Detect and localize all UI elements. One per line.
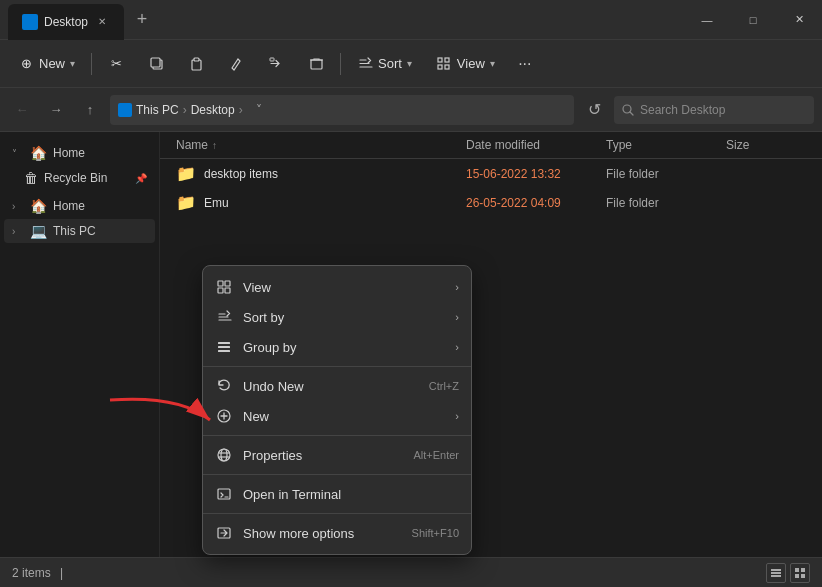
expand-icon-2: › xyxy=(12,201,24,212)
sidebar-item-home[interactable]: ˅ 🏠 Home xyxy=(4,141,155,165)
delete-button[interactable] xyxy=(298,47,334,81)
sort-cm-icon xyxy=(215,308,233,326)
context-menu-show-more[interactable]: Show more options Shift+F10 xyxy=(203,518,471,548)
new-button[interactable]: ⊕ New ▾ xyxy=(8,47,85,81)
expand-icon: ˅ xyxy=(12,148,24,159)
forward-button[interactable]: → xyxy=(42,96,70,124)
svg-rect-18 xyxy=(218,281,223,286)
paste-icon xyxy=(188,56,204,72)
sidebar-this-pc-label: This PC xyxy=(53,224,96,238)
share-icon xyxy=(268,56,284,72)
window-controls: — □ ✕ xyxy=(684,0,822,40)
svg-rect-7 xyxy=(445,58,449,62)
svg-rect-12 xyxy=(771,572,781,574)
column-header-size[interactable]: Size xyxy=(726,138,806,152)
tab-close-button[interactable]: ✕ xyxy=(94,14,110,30)
context-menu-view[interactable]: View › xyxy=(203,272,471,302)
tiles-view-icon[interactable] xyxy=(790,563,810,583)
breadcrumb-sep-2: › xyxy=(239,103,243,117)
context-menu-sort-by[interactable]: Sort by › xyxy=(203,302,471,332)
svg-rect-23 xyxy=(218,346,230,348)
view-label: View xyxy=(243,280,445,295)
context-menu-properties[interactable]: Properties Alt+Enter xyxy=(203,440,471,470)
folder-icon-2: 📁 xyxy=(176,193,196,212)
delete-icon xyxy=(308,56,324,72)
sidebar-item-recycle-bin[interactable]: 🗑 Recycle Bin 📌 xyxy=(4,166,155,190)
sort-button[interactable]: Sort ▾ xyxy=(347,47,422,81)
new-arrow: › xyxy=(455,410,459,422)
view-icon xyxy=(436,56,452,72)
rename-button[interactable] xyxy=(218,47,254,81)
sidebar: ˅ 🏠 Home 🗑 Recycle Bin 📌 › 🏠 Home › 💻 Th… xyxy=(0,132,160,557)
search-box[interactable]: Search Desktop xyxy=(614,96,814,124)
svg-rect-4 xyxy=(270,58,274,61)
svg-rect-8 xyxy=(438,65,442,69)
copy-icon xyxy=(148,56,164,72)
home-icon: 🏠 xyxy=(30,145,47,161)
svg-rect-20 xyxy=(218,288,223,293)
context-menu-undo-new[interactable]: Undo New Ctrl+Z xyxy=(203,371,471,401)
refresh-button[interactable]: ↺ xyxy=(580,96,608,124)
title-bar: Desktop ✕ + — □ ✕ xyxy=(0,0,822,40)
breadcrumb[interactable]: This PC › Desktop › ˅ xyxy=(110,95,574,125)
view-button[interactable]: View ▾ xyxy=(426,47,505,81)
column-header-type[interactable]: Type xyxy=(606,138,726,152)
new-tab-button[interactable]: + xyxy=(128,6,156,34)
show-more-label: Show more options xyxy=(243,526,402,541)
breadcrumb-desktop: Desktop xyxy=(191,103,235,117)
breadcrumb-dropdown[interactable]: ˅ xyxy=(247,98,271,122)
svg-point-28 xyxy=(218,449,230,461)
minimize-button[interactable]: — xyxy=(684,0,730,40)
svg-rect-19 xyxy=(225,281,230,286)
title-bar-left: Desktop ✕ + xyxy=(8,0,156,40)
sort-by-label: Sort by xyxy=(243,310,445,325)
sort-arrow: › xyxy=(455,311,459,323)
expand-icon-3: › xyxy=(12,226,24,237)
file-type-2: File folder xyxy=(606,196,726,210)
close-button[interactable]: ✕ xyxy=(776,0,822,40)
svg-rect-15 xyxy=(801,568,805,572)
view-toggle xyxy=(766,563,810,583)
share-button[interactable] xyxy=(258,47,294,81)
recycle-bin-icon: 🗑 xyxy=(24,170,38,186)
group-by-label: Group by xyxy=(243,340,445,355)
context-menu-new[interactable]: New › xyxy=(203,401,471,431)
details-view-icon[interactable] xyxy=(766,563,786,583)
column-header-date[interactable]: Date modified xyxy=(466,138,606,152)
svg-rect-17 xyxy=(801,574,805,578)
sidebar-home2-label: Home xyxy=(53,199,85,213)
sidebar-item-home2[interactable]: › 🏠 Home xyxy=(4,194,155,218)
context-menu-sep-1 xyxy=(203,366,471,367)
status-bar: 2 items | xyxy=(0,557,822,587)
sort-icon xyxy=(357,56,373,72)
svg-rect-14 xyxy=(795,568,799,572)
context-menu-sep-2 xyxy=(203,435,471,436)
table-row[interactable]: 📁 Emu 26-05-2022 04:09 File folder xyxy=(160,188,822,217)
copy-button[interactable] xyxy=(138,47,174,81)
table-row[interactable]: 📁 desktop items 15-06-2022 13:32 File fo… xyxy=(160,159,822,188)
sidebar-item-this-pc[interactable]: › 💻 This PC xyxy=(4,219,155,243)
svg-rect-13 xyxy=(771,575,781,577)
toolbar: ⊕ New ▾ ✂ Sort ▾ xyxy=(0,40,822,88)
sidebar-home-label: Home xyxy=(53,146,85,160)
context-menu-group-by[interactable]: Group by › xyxy=(203,332,471,362)
search-placeholder: Search Desktop xyxy=(640,103,725,117)
show-more-cm-icon xyxy=(215,524,233,542)
more-options-button[interactable]: ··· xyxy=(509,48,541,80)
column-header-name[interactable]: Name ↑ xyxy=(176,138,466,152)
new-label: New xyxy=(243,409,445,424)
back-button[interactable]: ← xyxy=(8,96,36,124)
cut-button[interactable]: ✂ xyxy=(98,47,134,81)
maximize-button[interactable]: □ xyxy=(730,0,776,40)
active-tab[interactable]: Desktop ✕ xyxy=(8,4,124,40)
folder-icon: 📁 xyxy=(176,164,196,183)
paste-button[interactable] xyxy=(178,47,214,81)
svg-rect-21 xyxy=(225,288,230,293)
file-date-2: 26-05-2022 04:09 xyxy=(466,196,606,210)
context-menu-open-terminal[interactable]: Open in Terminal xyxy=(203,479,471,509)
svg-rect-3 xyxy=(194,58,199,61)
new-icon: ⊕ xyxy=(18,56,34,72)
file-list-header: Name ↑ Date modified Type Size xyxy=(160,132,822,159)
up-button[interactable]: ↑ xyxy=(76,96,104,124)
tab-icon xyxy=(22,14,38,30)
